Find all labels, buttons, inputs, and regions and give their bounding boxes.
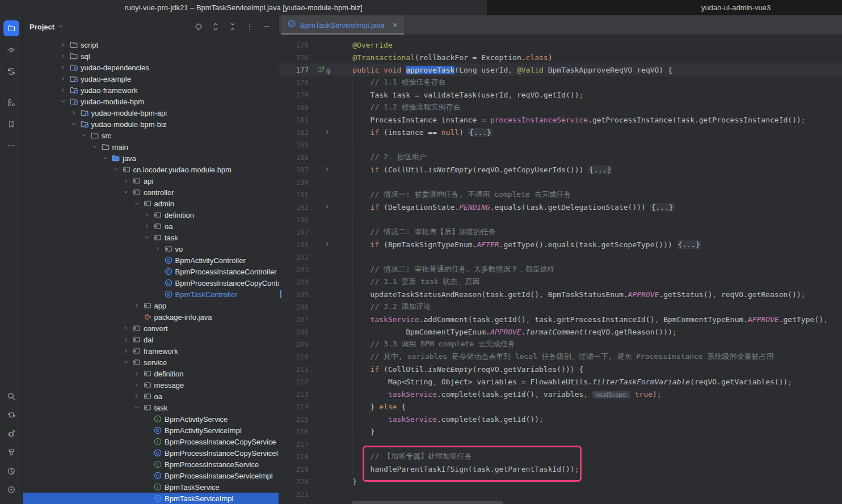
tree-item-src[interactable]: src (23, 130, 279, 141)
tree-item-bpmprocessinstancecontroller[interactable]: CBpmProcessInstanceController (23, 266, 279, 277)
tree-item-framework[interactable]: framework (23, 345, 279, 357)
code-text[interactable]: public void approveTask(Long userId, @Va… (335, 66, 672, 74)
code-line-191[interactable]: 191// 情况一: 被委派的任务, 不调用 complete 去完成任务 (279, 188, 842, 201)
code-line-209[interactable]: 209// 3.3 调用 BPM complete 去完成任务 (279, 338, 842, 350)
tree-item-admin[interactable]: admin (23, 198, 279, 209)
tree-item-yudao-dependencies[interactable]: yudao-dependencies (23, 62, 279, 73)
line-number[interactable]: 207 (279, 315, 309, 324)
code-line-208[interactable]: 208BpmCommentTypeEnum.APPROVE.formatComm… (279, 325, 842, 338)
tree-item-cn-iocoder-yudao-module-bpm[interactable]: cn.iocoder.yudao.module.bpm (23, 164, 279, 175)
code-line-203[interactable]: 203// 情况三: 审批普通的任务。大多数情况下，都是这样 (279, 263, 842, 276)
tree-item-yudao-framework[interactable]: yudao-framework (23, 84, 279, 96)
tree-item-java[interactable]: java (23, 153, 279, 164)
line-number[interactable]: 187 (279, 166, 309, 174)
chevron-right-icon[interactable] (132, 302, 142, 309)
line-number[interactable]: 218 (279, 452, 309, 461)
chevron-right-icon[interactable] (58, 41, 68, 48)
code-line-187[interactable]: 187if (CollUtil.isNotEmpty(reqVO.getCopy… (279, 163, 842, 176)
code-line-212[interactable]: 212Map<String, Object> variables = Flowa… (279, 375, 842, 388)
code-text[interactable]: // 情况一: 被委派的任务, 不调用 complete 去完成任务 (335, 189, 571, 200)
folded-region[interactable]: {...} (468, 128, 492, 137)
folded-region[interactable]: {...} (677, 240, 701, 249)
code-line-213[interactable]: 213taskService.complete(task.getId(), va… (279, 388, 842, 400)
line-number[interactable]: 202 (279, 253, 309, 261)
code-text[interactable]: // 3.3 调用 BPM complete 去完成任务 (335, 339, 515, 349)
line-number[interactable]: 179 (279, 91, 309, 99)
tree-item-bpmactivityserviceimpl[interactable]: CBpmActivityServiceImpl (23, 425, 279, 436)
bookmarks-icon[interactable] (3, 116, 19, 132)
chevron-right-icon[interactable] (121, 348, 131, 354)
ide-titlebar[interactable]: ruoyi-vue-pro-jdk21 – BpmTaskServiceImpl… (0, 0, 487, 15)
code-line-214[interactable]: 214} else { (279, 400, 842, 413)
code-line-205[interactable]: 205updateTaskStatusAndReason(task.getId(… (279, 288, 842, 300)
tree-item-controller[interactable]: controller (23, 187, 279, 198)
code-text[interactable]: if (instance == null) {...} (335, 128, 492, 137)
line-number[interactable]: 212 (279, 378, 309, 386)
code-text[interactable]: ProcessInstance instance = processInstan… (335, 116, 806, 124)
code-text[interactable]: // 其中, variables 是存储动态表单到 local 任务级别。过滤一… (335, 351, 774, 362)
chevron-down-icon[interactable] (132, 200, 142, 207)
code-text[interactable]: handleParentTaskIfSign(task.getParentTas… (335, 465, 579, 473)
line-number[interactable]: 209 (279, 340, 309, 349)
line-number[interactable]: 211 (279, 365, 309, 374)
code-line-220[interactable]: 220} (279, 475, 842, 488)
line-number[interactable]: 221 (279, 490, 309, 498)
chevron-right-icon[interactable] (58, 87, 68, 94)
line-number[interactable]: 198 (279, 240, 309, 249)
line-number[interactable]: 219 (279, 465, 309, 473)
chevron-right-icon[interactable] (153, 245, 163, 252)
code-text[interactable]: // 情况二: 审批有【后】加签的任务 (335, 227, 496, 237)
code-line-202[interactable]: 202 (279, 251, 842, 263)
code-text[interactable]: } else { (335, 403, 406, 411)
secondary-window-titlebar[interactable]: yudao-ui-admin-vue3 (487, 0, 842, 15)
line-number[interactable]: 191 (279, 190, 309, 199)
tree-item-dal[interactable]: dal (23, 334, 279, 345)
code-text[interactable]: Map<String, Object> variables = Flowable… (335, 378, 792, 386)
line-number[interactable]: 208 (279, 328, 309, 336)
chevron-right-icon[interactable] (142, 211, 152, 218)
line-number[interactable]: 203 (279, 265, 309, 274)
line-number[interactable]: 210 (279, 353, 309, 361)
code-text[interactable]: taskService.complete(task.getId()); (335, 415, 544, 423)
code-line-217[interactable]: 217 (279, 438, 842, 450)
tree-item-sql[interactable]: sql (23, 50, 279, 62)
tree-item-main[interactable]: main (23, 141, 279, 153)
code-text[interactable]: // 情况三: 审批普通的任务。大多数情况下，都是这样 (335, 264, 555, 274)
hide-icon[interactable] (262, 22, 272, 32)
tree-item-bpmtaskservice[interactable]: IBpmTaskService (23, 481, 279, 493)
tree-item-api[interactable]: api (23, 175, 279, 187)
chevron-right-icon[interactable] (121, 325, 131, 332)
code-text[interactable]: updateTaskStatusAndReason(task.getId(), … (335, 290, 806, 299)
line-number[interactable]: 192 (279, 203, 309, 211)
fold-arrow-icon[interactable] (324, 128, 330, 137)
chevron-right-icon[interactable] (58, 75, 68, 82)
tree-item-message[interactable]: message (23, 379, 279, 391)
collapse-all-icon[interactable] (228, 22, 238, 32)
tree-item-yudao-module-bpm-biz[interactable]: yudao-module-bpm-biz (23, 118, 279, 130)
code-line-182[interactable]: 182if (instance == null) {...} (279, 126, 842, 138)
tree-item-definition[interactable]: definition (23, 368, 279, 379)
code-line-178[interactable]: 178// 1.1 校验任务存在 (279, 76, 842, 88)
code-line-181[interactable]: 181ProcessInstance instance = processIns… (279, 113, 842, 126)
code-line-186[interactable]: 186// 2. 抄送用户 (279, 151, 842, 163)
chevron-down-icon[interactable] (132, 404, 142, 411)
code-text[interactable]: // 1.1 校验任务存在 (335, 77, 445, 87)
line-number[interactable]: 196 (279, 215, 309, 224)
tree-item-bpmprocessinstancecopyserviceimpl[interactable]: CBpmProcessInstanceCopyServiceImpl (23, 447, 279, 459)
code-text[interactable]: } (335, 427, 374, 436)
chevron-down-icon[interactable] (121, 359, 131, 366)
chevron-down-icon[interactable] (69, 121, 79, 128)
code-line-177[interactable]: 177I@public void approveTask(Long userId… (279, 63, 842, 76)
code-editor[interactable]: 175@Override176@Transactional(rollbackFo… (279, 35, 842, 504)
commit-icon[interactable] (3, 42, 19, 58)
tree-item-yudao-module-bpm[interactable]: yudao-module-bpm (23, 96, 279, 107)
chevron-right-icon[interactable] (121, 336, 131, 343)
tree-item-vo[interactable]: vo (23, 243, 279, 255)
close-icon[interactable]: ✕ (392, 22, 398, 29)
expand-all-icon[interactable] (210, 22, 221, 32)
tree-item-bpmactivitycontroller[interactable]: CBpmActivityController (23, 255, 279, 266)
fold-arrow-icon[interactable] (324, 203, 330, 211)
code-text[interactable]: if (CollUtil.isNotEmpty(reqVO.getCopyUse… (335, 166, 612, 174)
line-number[interactable]: 197 (279, 228, 309, 236)
chevron-right-icon[interactable] (58, 64, 68, 71)
